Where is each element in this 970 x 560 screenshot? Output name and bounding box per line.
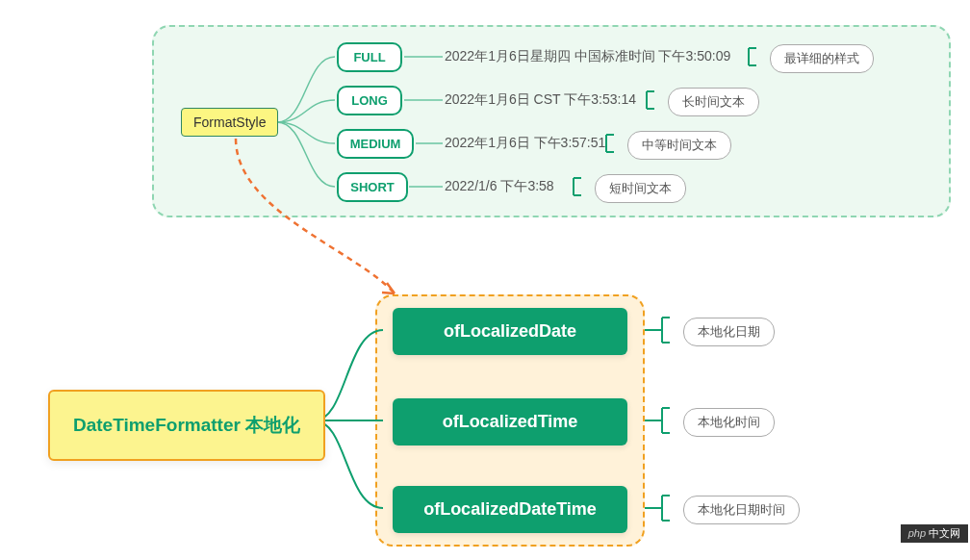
caption-oflocalizeddate-label: 本地化日期 bbox=[698, 323, 760, 341]
watermark-right: 中文网 bbox=[929, 527, 960, 539]
enum-medium-label: MEDIUM bbox=[350, 137, 401, 151]
format-style-node: FormatStyle bbox=[181, 108, 278, 137]
enum-medium: MEDIUM bbox=[337, 129, 414, 159]
enum-full-label: FULL bbox=[353, 50, 385, 64]
caption-long-label: 长时间文本 bbox=[682, 93, 745, 111]
enum-long: LONG bbox=[337, 86, 402, 115]
enum-full: FULL bbox=[337, 42, 402, 72]
format-style-label: FormatStyle bbox=[193, 115, 266, 130]
method-oflocalizeddate: ofLocalizedDate bbox=[393, 308, 627, 355]
caption-oflocalizeddate: 本地化日期 bbox=[683, 318, 775, 346]
enum-long-label: LONG bbox=[351, 93, 388, 108]
enum-short-label: SHORT bbox=[350, 180, 395, 194]
caption-medium: 中等时间文本 bbox=[627, 131, 731, 160]
example-medium: 2022年1月6日 下午3:57:51 bbox=[445, 135, 605, 152]
caption-full: 最详细的样式 bbox=[770, 44, 874, 73]
diagram-canvas: FormatStyle FULL 2022年1月6日星期四 中国标准时间 下午3… bbox=[0, 0, 970, 560]
method-oflocalizedtime: ofLocalizedTime bbox=[393, 398, 627, 445]
caption-medium-label: 中等时间文本 bbox=[642, 137, 717, 154]
method-oflocalizeddatetime: ofLocalizedDateTime bbox=[393, 486, 627, 533]
example-short: 2022/1/6 下午3:58 bbox=[445, 178, 554, 195]
caption-long: 长时间文本 bbox=[668, 88, 759, 116]
watermark-left: php bbox=[908, 527, 926, 539]
caption-oflocalizeddatetime-label: 本地化日期时间 bbox=[698, 501, 785, 519]
watermark: php中文网 bbox=[901, 524, 968, 543]
method-oflocalizeddatetime-label: ofLocalizedDateTime bbox=[423, 499, 597, 520]
method-oflocalizeddate-label: ofLocalizedDate bbox=[444, 321, 576, 342]
example-long: 2022年1月6日 CST 下午3:53:14 bbox=[445, 91, 636, 109]
caption-oflocalizedtime-label: 本地化时间 bbox=[698, 414, 760, 431]
root-node: DateTimeFormatter 本地化 bbox=[48, 390, 325, 461]
caption-short-label: 短时间文本 bbox=[609, 180, 672, 197]
caption-short: 短时间文本 bbox=[595, 174, 686, 203]
caption-full-label: 最详细的样式 bbox=[784, 50, 859, 67]
caption-oflocalizedtime: 本地化时间 bbox=[683, 408, 775, 437]
example-full: 2022年1月6日星期四 中国标准时间 下午3:50:09 bbox=[445, 48, 730, 65]
caption-oflocalizeddatetime: 本地化日期时间 bbox=[683, 496, 800, 524]
root-node-label: DateTimeFormatter 本地化 bbox=[73, 413, 300, 438]
method-oflocalizedtime-label: ofLocalizedTime bbox=[443, 412, 578, 432]
enum-short: SHORT bbox=[337, 172, 408, 202]
